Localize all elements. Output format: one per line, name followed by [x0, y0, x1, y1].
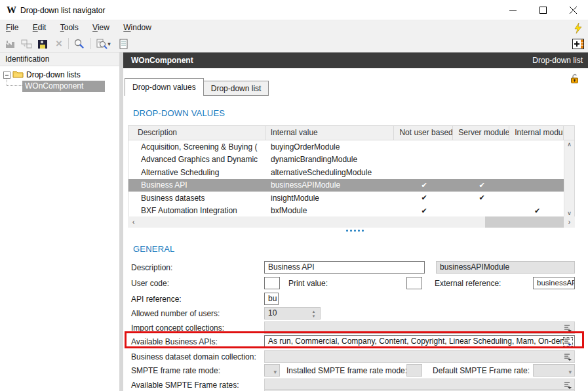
print-value-label: Print value: — [288, 279, 328, 288]
close-button[interactable] — [558, 0, 588, 20]
dropdown-values-table: Description Internal value Not user base… — [128, 125, 575, 228]
column-header-description[interactable]: Description — [128, 126, 265, 140]
search-icon — [73, 39, 85, 50]
table-row[interactable]: BXF Automation Integration bxfModule ✔ ✔ — [128, 205, 574, 218]
tree-item-woncomponent[interactable]: WOnComponent — [22, 81, 105, 92]
table-header: Description Internal value Not user base… — [128, 126, 574, 140]
chevron-down-icon: ▾ — [273, 367, 277, 377]
scroll-up-icon[interactable]: ∧ — [564, 141, 574, 148]
search-document-icon — [96, 39, 108, 50]
add-panel-icon — [572, 39, 585, 50]
content-subtitle: Drop-down list — [532, 56, 583, 65]
table-row[interactable]: Business datasets insightModule ✔ ✔ — [128, 192, 574, 205]
content-header: WOnComponent Drop-down list — [123, 52, 588, 68]
general-section-title: GENERAL — [133, 244, 175, 254]
menu-bar: File Edit Tools View Window — [0, 20, 588, 35]
search-document-button[interactable]: ▾ — [95, 38, 112, 50]
tree-item-dropdown-lists[interactable]: Drop-down lists — [26, 70, 81, 79]
column-header-server-module[interactable]: Server module — [453, 126, 509, 140]
api-reference-input[interactable]: bu — [264, 293, 279, 305]
values-section-title: DROP-DOWN VALUES — [133, 108, 225, 118]
chart-icon — [5, 39, 17, 49]
scroll-down-icon[interactable]: ∨ — [564, 210, 574, 216]
spin-down-icon[interactable]: ▾ — [313, 314, 315, 318]
save-icon — [37, 39, 48, 49]
user-code-input[interactable] — [264, 277, 280, 289]
menu-file[interactable]: File — [0, 20, 24, 32]
vertical-scrollbar[interactable]: ∧ ∨ — [564, 140, 574, 217]
user-code-label: User code: — [131, 279, 169, 288]
menu-tools[interactable]: Tools — [54, 20, 85, 32]
content-title: WOnComponent — [131, 56, 193, 65]
external-reference-input[interactable]: businessAPI — [533, 277, 575, 289]
toolbar-separator — [90, 38, 91, 49]
allowed-users-stepper[interactable]: 10 ▴▾ — [264, 307, 321, 319]
add-panel-button[interactable] — [572, 38, 585, 50]
list-selector-icon[interactable] — [563, 352, 573, 361]
chart-button[interactable] — [5, 38, 18, 50]
highlight-rectangle — [125, 331, 584, 348]
navigation-sidebar: Identification Drop-down lists WOnCompon… — [0, 52, 119, 391]
toolbar-separator — [68, 38, 69, 49]
default-smpte-label: Default SMPTE Frame rate: — [433, 366, 530, 375]
tab-dropdown-values[interactable]: Drop-down values — [125, 78, 204, 96]
lightning-icon[interactable] — [574, 23, 582, 35]
copy-structure-icon — [21, 39, 33, 49]
scroll-left-icon[interactable]: ‹ — [128, 216, 139, 228]
copy-structure-button[interactable] — [20, 38, 33, 50]
report-icon — [119, 39, 128, 49]
main-panel: WOnComponent Drop-down list Drop-down va… — [123, 52, 588, 391]
table-row-selected[interactable]: Business API businessAPIModule ✔ ✔ — [128, 179, 574, 192]
tab-strip: Drop-down values Drop-down list — [125, 78, 269, 96]
installed-smpte-field — [406, 364, 422, 377]
menu-window[interactable]: Window — [117, 20, 157, 32]
installed-smpte-label: Installed SMPTE frame rate mode: — [286, 366, 407, 375]
delete-icon: ✕ — [56, 39, 63, 49]
title-bar: W Drop-down list navigator — [0, 0, 588, 20]
tool-bar: ✕ ▾ — [0, 35, 588, 52]
tab-dropdown-list[interactable]: Drop-down list — [203, 81, 269, 96]
close-icon — [570, 7, 577, 14]
column-header-internal-value[interactable]: Internal value — [265, 126, 395, 140]
tree-connector — [7, 79, 22, 86]
sidebar-header: Identification — [0, 52, 119, 66]
chevron-down-icon: ▾ — [108, 41, 111, 47]
splitter-handle[interactable] — [346, 230, 364, 232]
menu-edit[interactable]: Edit — [27, 20, 52, 32]
menu-view[interactable]: View — [87, 20, 115, 32]
lock-icon[interactable] — [570, 73, 579, 85]
description-input[interactable]: Business API — [264, 261, 425, 274]
table-row[interactable]: Advanced Graphics and Dynamic dynamicBra… — [128, 154, 574, 167]
maximize-button[interactable] — [528, 0, 558, 20]
report-button[interactable] — [117, 38, 130, 50]
column-header-internal-module[interactable]: Internal module — [509, 126, 564, 140]
app-logo-icon: W — [7, 5, 16, 15]
save-button[interactable] — [36, 38, 49, 50]
spinner-arrows[interactable]: ▴▾ — [308, 308, 319, 318]
dataset-domain-field[interactable] — [264, 350, 575, 363]
allowed-users-label: Allowed number of users: — [131, 309, 220, 318]
spin-up-icon[interactable]: ▴ — [313, 309, 315, 314]
window-title: Drop-down list navigator — [20, 6, 105, 15]
search-button[interactable] — [72, 38, 85, 50]
smpte-mode-label: SMPTE frame rate mode: — [131, 366, 220, 375]
table-row[interactable]: Acquisition, Screening & Buying ( buying… — [128, 140, 574, 154]
table-row[interactable]: Alternative Scheduling alternativeSchedu… — [128, 166, 574, 179]
column-header-not-user-based[interactable]: Not user based — [394, 126, 453, 140]
default-smpte-dropdown[interactable]: ▾ — [533, 364, 575, 377]
chevron-down-icon: ▾ — [568, 367, 572, 377]
folder-icon — [12, 70, 24, 78]
delete-button[interactable]: ✕ — [52, 38, 66, 50]
available-smpte-label: Available SMPTE Frame rates: — [131, 381, 239, 390]
scrollbar-thumb[interactable] — [485, 216, 564, 228]
smpte-mode-dropdown[interactable]: ▾ — [264, 364, 280, 377]
scroll-right-icon[interactable]: › — [564, 216, 575, 228]
description-label: Description: — [131, 263, 172, 272]
print-value-input[interactable] — [406, 277, 422, 289]
tree-collapse-icon[interactable] — [3, 72, 10, 79]
horizontal-scrollbar[interactable]: ‹ › — [128, 216, 575, 228]
list-selector-icon[interactable] — [563, 381, 573, 390]
dataset-domain-label: Business dataset domain collection: — [131, 352, 256, 361]
minimize-button[interactable] — [498, 0, 528, 20]
external-reference-label: External reference: — [435, 279, 501, 288]
